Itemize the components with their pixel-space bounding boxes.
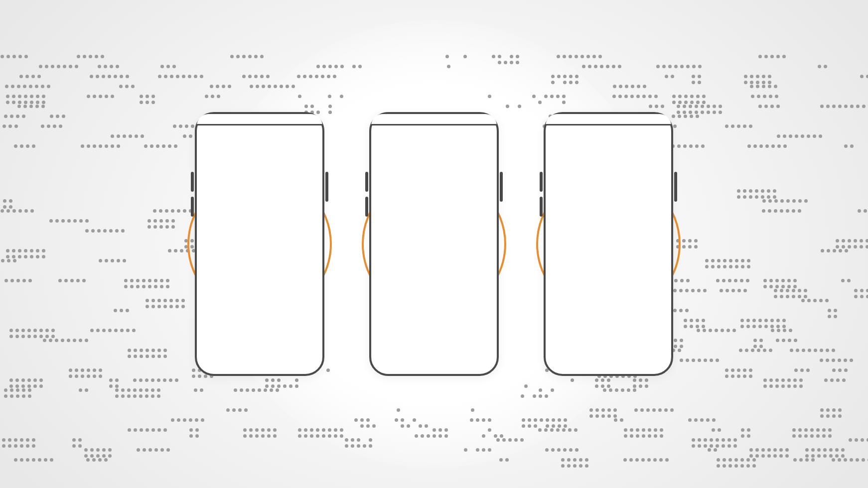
power-button-icon (674, 172, 677, 202)
phone-bezel-top (197, 114, 322, 125)
power-button-icon (325, 172, 328, 202)
power-button-icon (500, 172, 503, 202)
phone-bezel-top (371, 114, 497, 125)
phone-bezel-top (546, 114, 671, 125)
volume-up-button-icon (365, 172, 368, 192)
phones-row (195, 112, 673, 376)
volume-up-button-icon (540, 172, 543, 192)
illustration-canvas (0, 0, 868, 488)
phone-mockup-2 (369, 112, 499, 376)
phone-frame (195, 112, 324, 376)
volume-down-button-icon (365, 197, 368, 217)
volume-up-button-icon (191, 172, 194, 192)
volume-down-button-icon (540, 197, 543, 217)
phone-mockup-3 (544, 112, 673, 376)
volume-down-button-icon (191, 197, 194, 217)
phone-frame (544, 112, 673, 376)
phone-mockup-1 (195, 112, 324, 376)
phone-frame (369, 112, 499, 376)
